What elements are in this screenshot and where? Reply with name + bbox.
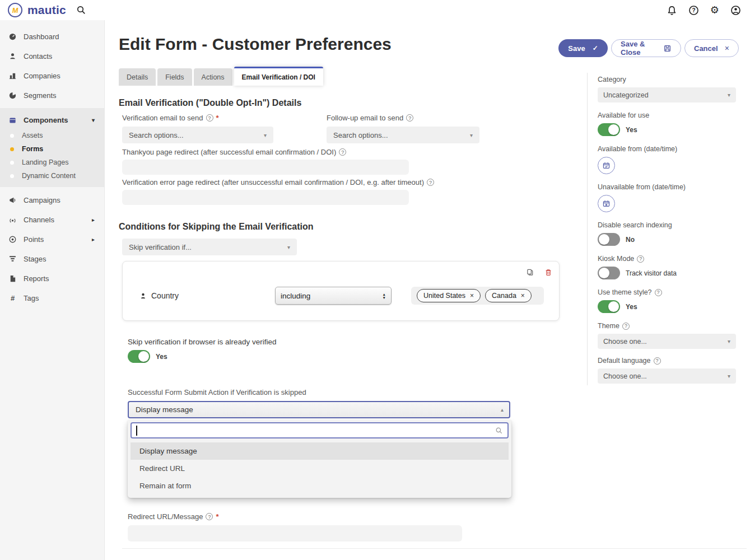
sidebar-item-tags[interactable]: # Tags [0, 288, 104, 308]
available-from-datepicker-button[interactable] [598, 157, 615, 174]
tag-united-states[interactable]: United States × [417, 289, 481, 302]
condition-field: Country [139, 291, 275, 300]
help-tooltip-icon: ? [622, 323, 630, 330]
account-user-icon[interactable] [730, 5, 741, 16]
duplicate-icon[interactable] [526, 268, 534, 277]
search-icon[interactable] [76, 5, 86, 15]
reports-icon [8, 274, 17, 283]
sidebar-item-forms[interactable]: Forms [0, 142, 104, 156]
thankyou-redirect-input[interactable] [122, 160, 409, 175]
kiosk-mode-toggle[interactable] [598, 267, 620, 279]
default-language-label: Default language ? [598, 357, 736, 365]
unavailable-from-datepicker-button[interactable] [598, 195, 615, 212]
dropdown-options: Display message Redirect URL Remain at f… [131, 442, 509, 494]
sidebar-item-points[interactable]: Points ▸ [0, 230, 104, 249]
save-and-close-button[interactable]: Save & Close [611, 39, 681, 57]
contacts-icon [8, 52, 17, 60]
help-icon[interactable]: ? [688, 5, 699, 16]
skip-verification-select[interactable]: Skip verification if... ▾ [122, 239, 297, 255]
save-button-label: Save [568, 44, 585, 53]
tab-actions[interactable]: Actions [194, 68, 232, 86]
brand[interactable]: M mautic [8, 3, 86, 17]
delete-trash-icon[interactable] [544, 268, 552, 277]
sidebar-item-dashboard[interactable]: Dashboard [0, 27, 104, 46]
bullet-icon [10, 134, 14, 138]
followup-email-select[interactable]: Search options... ▾ [327, 127, 479, 143]
submit-action-label: Successful Form Submit Action if Verific… [128, 388, 750, 396]
sidebar-item-label: Points [24, 235, 44, 244]
submit-action-dropdown: Display message Redirect URL Remain at f… [128, 420, 511, 498]
check-icon: ✓ [593, 44, 598, 52]
sidebar-item-label: Forms [22, 145, 43, 153]
sidebar-item-label: Components [24, 116, 68, 124]
sidebar-item-label: Stages [24, 255, 46, 263]
use-theme-style-label: Use theme style? ? [598, 288, 736, 296]
help-tooltip-icon: ? [637, 255, 644, 263]
caret-down-icon: ▾ [264, 132, 267, 138]
error-redirect-input[interactable] [122, 190, 409, 205]
condition-card: Country including ▲▼ United States × [122, 261, 560, 321]
sidebar-item-label: Assets [22, 132, 43, 139]
default-language-select[interactable]: Choose one... ▾ [598, 368, 736, 384]
sidebar-item-channels[interactable]: Channels ▸ [0, 210, 104, 230]
theme-label: Theme ? [598, 322, 736, 330]
disable-search-indexing-toggle[interactable] [598, 233, 620, 246]
sidebar-item-companies[interactable]: Companies [0, 66, 104, 86]
category-select[interactable]: Uncategorized ▾ [598, 87, 736, 102]
available-for-use-label: Available for use [598, 111, 736, 119]
sidebar-item-contacts[interactable]: Contacts [0, 46, 104, 66]
sidebar-item-label: Channels [24, 216, 54, 224]
save-button[interactable]: Save ✓ [558, 39, 608, 57]
sidebar-item-segments[interactable]: Segments [0, 86, 104, 105]
dropdown-search-box[interactable] [131, 422, 509, 438]
theme-select[interactable]: Choose one... ▾ [598, 334, 736, 349]
redirect-url-message-input[interactable] [128, 525, 462, 542]
use-theme-style-toggle[interactable] [598, 300, 620, 313]
caret-up-icon: ▴ [501, 407, 504, 413]
stages-icon [8, 255, 17, 263]
submit-action-select[interactable]: Display message ▴ [128, 401, 510, 418]
help-tooltip-icon: ? [427, 179, 434, 186]
available-from-label: Available from (date/time) [598, 145, 736, 153]
sidebar-item-label: Tags [24, 294, 39, 302]
sidebar-item-reports[interactable]: Reports [0, 269, 104, 288]
dropdown-search-input[interactable] [137, 423, 495, 437]
verification-email-select[interactable]: Search options... ▾ [122, 127, 273, 143]
section-divider [122, 548, 747, 549]
chevron-down-icon: ▾ [92, 117, 95, 123]
brand-name: mautic [27, 3, 66, 17]
kiosk-mode-label: Kiosk Mode ? [598, 255, 736, 263]
settings-gear-icon[interactable]: ⚙ [710, 5, 719, 15]
option-remain-at-form[interactable]: Remain at form [131, 477, 509, 494]
condition-values-box[interactable]: United States × Canada × [411, 287, 544, 305]
sidebar-item-stages[interactable]: Stages [0, 249, 104, 269]
remove-tag-icon[interactable]: × [521, 292, 525, 300]
available-for-use-toggle[interactable] [598, 123, 620, 136]
tab-email-verification-doi[interactable]: Email Verification / DOI [234, 67, 323, 86]
topbar-icons: ? ⚙ [667, 5, 743, 16]
notifications-bell-icon[interactable] [667, 5, 677, 16]
tab-fields[interactable]: Fields [157, 68, 192, 86]
toggle-state-label: No [626, 236, 635, 244]
help-tooltip-icon: ? [206, 114, 213, 122]
toggle-state-label: Yes [626, 303, 637, 311]
sidebar-item-dynamic-content[interactable]: Dynamic Content [0, 169, 104, 183]
sidebar-item-landing-pages[interactable]: Landing Pages [0, 156, 104, 169]
condition-operator-select[interactable]: including ▲▼ [275, 287, 392, 305]
cancel-button[interactable]: Cancel × [684, 39, 739, 57]
sidebar-group-components: Components ▾ Assets Forms Landing Pages … [0, 108, 104, 187]
sidebar-item-components[interactable]: Components ▾ [0, 111, 104, 129]
option-redirect-url[interactable]: Redirect URL [131, 460, 509, 477]
bullet-icon [10, 174, 14, 178]
remove-tag-icon[interactable]: × [470, 292, 474, 300]
save-close-label: Save & Close [621, 40, 663, 57]
sidebar-item-assets[interactable]: Assets [0, 129, 104, 142]
caret-down-icon: ▾ [728, 373, 730, 379]
option-display-message[interactable]: Display message [131, 442, 509, 460]
help-tooltip-icon: ? [654, 357, 661, 365]
sidebar-item-campaigns[interactable]: Campaigns [0, 190, 104, 210]
tab-details[interactable]: Details [119, 68, 156, 86]
browser-verified-toggle[interactable] [128, 350, 150, 363]
header-actions: Save ✓ Save & Close Cancel × [558, 39, 739, 57]
tag-canada[interactable]: Canada × [485, 289, 532, 302]
